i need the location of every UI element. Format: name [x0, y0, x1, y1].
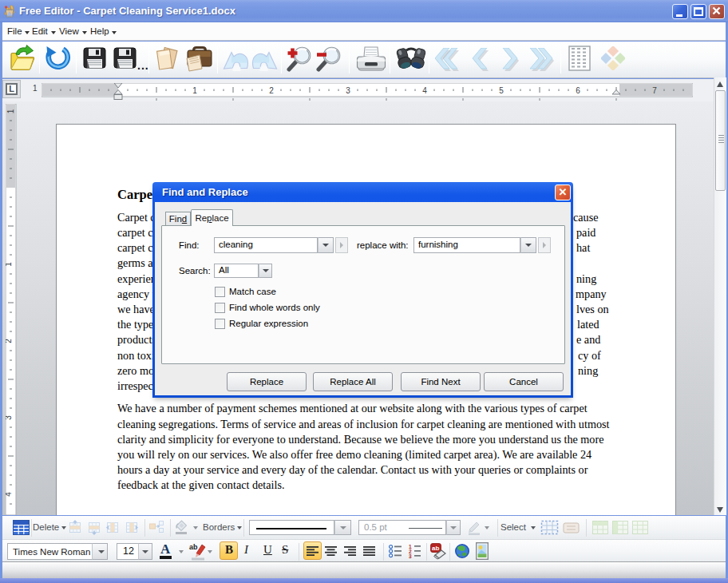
svg-text:3: 3 — [409, 553, 412, 559]
svg-text:2: 2 — [6, 339, 13, 343]
svg-text:ab: ab — [189, 543, 198, 551]
svg-text:ab: ab — [432, 545, 439, 552]
svg-text:1: 1 — [6, 109, 15, 113]
svg-text:5: 5 — [499, 86, 504, 95]
svg-text:7: 7 — [652, 86, 657, 95]
svg-text:4: 4 — [422, 86, 427, 95]
svg-text:1: 1 — [6, 262, 13, 267]
svg-text:2: 2 — [269, 86, 274, 95]
svg-text:3: 3 — [346, 86, 350, 95]
svg-text:6: 6 — [576, 86, 580, 95]
svg-text:3: 3 — [6, 415, 13, 420]
svg-text:1: 1 — [192, 86, 197, 95]
svg-text:4: 4 — [6, 492, 13, 497]
